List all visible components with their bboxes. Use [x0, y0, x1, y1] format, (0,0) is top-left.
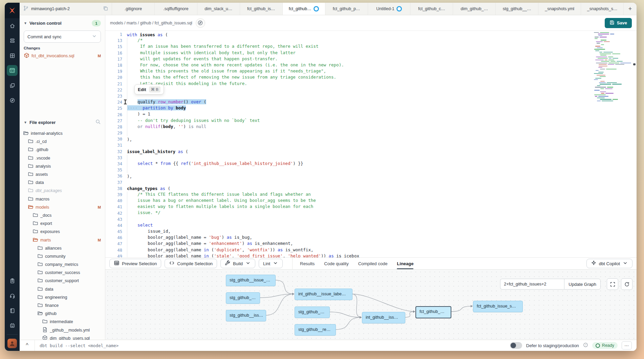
code-line[interactable]: 43	[105, 216, 637, 223]
tree-item-engineering[interactable]: engineering	[20, 293, 105, 301]
tree-item-customer_support[interactable]: customer_support	[20, 277, 105, 285]
code-line[interactable]: 44 select	[105, 223, 637, 229]
code-line[interactable]: 42 issue. */	[105, 210, 637, 216]
code-line[interactable]: 32issue_label_history as (	[105, 149, 637, 155]
code-line[interactable]: 34 select * from {{ ref('int_github__iss…	[105, 161, 637, 167]
rail-item-stack[interactable]	[5, 33, 20, 48]
code-line[interactable]: 41 easiest way to flatten multiple label…	[105, 204, 637, 210]
changed-file[interactable]: fct_dbt_invocations.sqlM	[20, 51, 105, 60]
file-tab[interactable]: dim_github_…	[453, 3, 496, 15]
code-line[interactable]: 33	[105, 155, 637, 161]
rail-item-book[interactable]	[5, 303, 20, 318]
lineage-node-n4[interactable]: int_github__issue_labe…	[295, 289, 352, 300]
code-line[interactable]: 45 issue_id,	[105, 229, 637, 235]
code-line[interactable]: 13 /*	[105, 38, 637, 44]
file-tab[interactable]: dim_slack_u…	[197, 3, 240, 15]
tree-item-internal-analytics[interactable]: internal-analytics	[20, 129, 105, 138]
compass-icon[interactable]	[196, 18, 205, 28]
tree-item-.github[interactable]: .github	[20, 146, 105, 154]
new-tab-button[interactable]: +	[624, 3, 637, 15]
code-line[interactable]: 25···· partition by body	[105, 105, 637, 111]
minimap[interactable]	[594, 32, 631, 105]
lineage-node-n6[interactable]: stg_github__re…	[295, 324, 336, 336]
rail-item-headset[interactable]	[5, 288, 20, 303]
tab-compiled-code[interactable]: Compiled code	[358, 258, 388, 269]
code-line[interactable]: 30),	[105, 136, 637, 142]
preview-selection-button[interactable]: Preview Selection	[109, 259, 161, 268]
code-line[interactable]: 15 If an issue has been transferred to a…	[105, 44, 637, 50]
lineage-node-n1[interactable]: stg_github__issue_…	[226, 275, 276, 286]
help-icon[interactable]: ?	[583, 342, 588, 349]
code-line[interactable]: 1with issues as (	[105, 31, 637, 38]
rail-item-grid[interactable]	[5, 48, 20, 63]
rail-item-home[interactable]	[5, 18, 20, 33]
tree-item-intermediate[interactable]: intermediate	[20, 318, 105, 326]
copy-icon[interactable]	[103, 5, 108, 12]
expand-command-button[interactable]: ^	[20, 340, 35, 351]
code-line[interactable]: 22	[105, 87, 637, 93]
code-line[interactable]: 31	[105, 142, 637, 148]
defer-toggle[interactable]	[510, 342, 522, 349]
code-line[interactable]: 46 boolor_agg(label_name = 'bug') as is_…	[105, 235, 637, 241]
code-line[interactable]: 39 /* This CTE flattens the different is…	[105, 192, 637, 198]
branch-selector[interactable]: mirnawong1-patch-2	[20, 3, 112, 15]
tree-item-marts[interactable]: martsM	[20, 236, 105, 244]
save-button[interactable]: Save	[605, 18, 632, 28]
fullscreen-icon[interactable]	[607, 278, 618, 290]
code-line[interactable]: 47 boolor_agg(label_name = 'enhancement'…	[105, 241, 637, 247]
code-line[interactable]: 35	[105, 167, 637, 173]
build-button[interactable]: Build	[220, 259, 255, 268]
code-line[interactable]: 24 qualify row_number() over (	[105, 99, 637, 105]
tree-item-dim_github_users.sql[interactable]: dim_github_users.sql	[20, 334, 105, 340]
file-tab[interactable]: fct_github_p…	[325, 3, 368, 15]
code-line[interactable]: 37	[105, 180, 637, 186]
code-editor[interactable]: 1with issues as (13 /*15 If an issue has…	[105, 31, 637, 257]
rail-item-avatar[interactable]	[5, 336, 20, 351]
search-icon[interactable]	[95, 119, 101, 126]
file-tab[interactable]: fct_github_is…	[240, 3, 283, 15]
lineage-node-n9[interactable]: fct_github_issue_s…	[473, 301, 523, 312]
file-tab[interactable]: .sqlfluffignore	[155, 3, 197, 15]
chevron-down-icon[interactable]: ▼	[24, 121, 27, 124]
code-line[interactable]: 49 boolor_agg(label_name in ('stale', 'g…	[105, 253, 637, 257]
tree-item-_docs[interactable]: _docs	[20, 211, 105, 219]
tree-item-export[interactable]: export	[20, 219, 105, 228]
code-line[interactable]: 28 or nullif(body, '') is null	[105, 124, 637, 130]
tree-item-community[interactable]: community	[20, 252, 105, 260]
rail-item-dbt-logo[interactable]	[5, 3, 20, 18]
tree-item-.ci_cd[interactable]: .ci_cd	[20, 138, 105, 146]
tree-item-models[interactable]: modelsM	[20, 203, 105, 211]
file-tab[interactable]: fct_github…	[283, 3, 325, 15]
code-line[interactable]: 21 Let's revisit this modeling in the fu…	[105, 81, 637, 87]
file-tab[interactable]: _snapshots_s…	[581, 3, 624, 15]
tree-item-exposures[interactable]: exposures	[20, 228, 105, 236]
code-line[interactable]: 29	[105, 130, 637, 136]
code-line[interactable]: 38change_types as (	[105, 186, 637, 192]
tree-item-data[interactable]: data	[20, 178, 105, 187]
rail-item-code-editor[interactable]	[5, 63, 20, 78]
tree-item-_github__models.yml[interactable]: _github__models.yml	[20, 326, 105, 334]
code-line[interactable]: 23	[105, 93, 637, 99]
rail-item-windows[interactable]	[5, 78, 20, 93]
tree-item-data[interactable]: data	[20, 285, 105, 293]
code-line[interactable]: 40 issue has a bug or enhancement label.…	[105, 198, 637, 204]
code-line[interactable]: 20 this has the effect of removing the n…	[105, 75, 637, 81]
tree-item-macros[interactable]: macros	[20, 195, 105, 203]
tab-code-quality[interactable]: Code quality	[324, 258, 348, 269]
lineage-node-n8[interactable]: fct_github_…	[415, 306, 451, 318]
code-line[interactable]: 18 For now, choose the one with more rec…	[105, 62, 637, 68]
lineage-node-n3[interactable]: stg_github__iss…	[226, 310, 266, 321]
code-line[interactable]: 26 ) = 1	[105, 111, 637, 118]
code-line[interactable]: 27 -- don't try deduping issues with no …	[105, 118, 637, 124]
compile-selection-button[interactable]: Compile Selection	[165, 259, 217, 268]
dbt-command-input[interactable]: dbt build --select <model_name>	[40, 343, 119, 348]
scrollbar-thumb[interactable]	[633, 63, 636, 65]
lint-button[interactable]: Lint	[259, 259, 283, 268]
tree-item-alliances[interactable]: alliances	[20, 244, 105, 252]
rail-item-compass[interactable]	[5, 93, 20, 108]
commit-and-sync-button[interactable]: Commit and sync	[24, 30, 101, 43]
tree-item-github[interactable]: github	[20, 310, 105, 318]
lineage-node-n7[interactable]: int_github__iss…	[362, 312, 405, 323]
tree-item-dbt_packages[interactable]: dbt_packages	[20, 187, 105, 195]
code-line[interactable]: 19 While this prevents the old issue fro…	[105, 68, 637, 75]
